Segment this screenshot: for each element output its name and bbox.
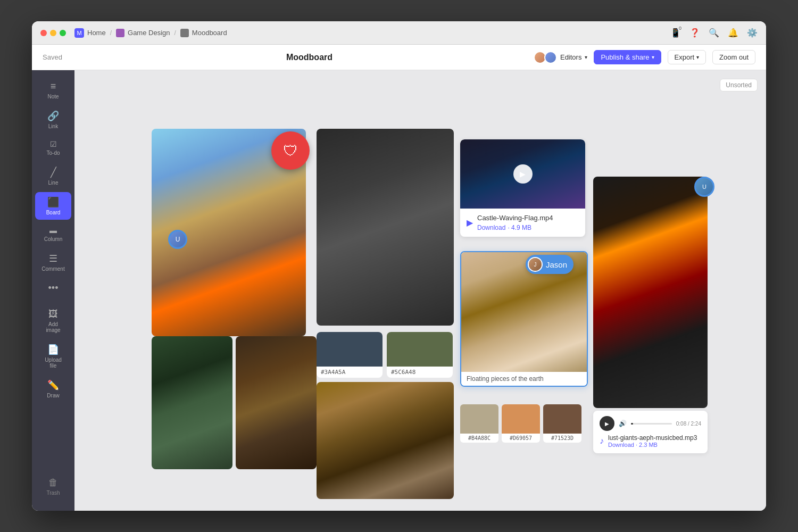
swatch-tan[interactable]: #B4A88C [460,404,498,443]
music-download-link[interactable]: Download · 2.3 MB [608,442,697,448]
appbar-actions: Editors ▾ Publish & share ▾ Export ▾ Zoo… [534,50,755,64]
close-button[interactable] [40,30,47,36]
native-image[interactable] [593,177,708,408]
main-area: ≡ Note 🔗 Link ☑ To-do ╱ Line ⬛ Board ▬ C… [32,70,766,511]
sidebar-item-link[interactable]: 🔗 Link [35,106,71,134]
sidebar-item-line-label: Line [48,180,59,186]
castle-video-card[interactable]: ▶ ▶ Castle-Waving-Flag.mp4 Download · 4.… [460,139,585,237]
editor-avatar-2 [544,51,557,64]
publish-chevron: ▾ [652,54,654,60]
titlebar: M Home / Game Design / Moodboard 📱0 ❓ 🔍 … [32,21,766,45]
help-icon[interactable]: ❓ [689,28,700,38]
publish-label: Publish & share [601,53,649,61]
jason-name: Jason [546,260,567,269]
sidebar-item-upload[interactable]: 📄 Upload file [35,339,71,373]
sidebar-item-board-label: Board [46,210,61,215]
notification-icon[interactable]: 🔔 [728,28,738,38]
todo-icon: ☑ [50,140,57,148]
breadcrumb-sep-1: / [110,29,112,37]
publish-button[interactable]: Publish & share ▾ [594,50,661,64]
draw-icon: ✏️ [47,379,59,391]
sidebar-item-draw[interactable]: ✏️ Draw [35,375,71,403]
breadcrumb-home[interactable]: M Home [74,28,106,38]
sidebar-item-line[interactable]: ╱ Line [35,162,71,190]
video-download-link[interactable]: Download · 4.9 MB [477,224,553,231]
page-title: Moodboard [85,53,534,62]
line-icon: ╱ [51,167,56,178]
comment-icon: ☰ [49,253,57,264]
jason-avatar: J [528,257,543,272]
breadcrumb-game[interactable]: Game Design [116,29,170,37]
video-filename: Castle-Waving-Flag.mp4 [477,214,553,222]
upload-icon: 📄 [47,344,59,355]
jason-tooltip: J Jason [526,255,573,274]
sidebar-item-more[interactable]: ••• [35,278,71,298]
editor-avatars [534,51,557,64]
column-icon: ▬ [49,226,57,235]
floating-rock-caption: Floating pieces of the earth [461,372,587,386]
sidebar-item-add-image-label: Add image [41,321,65,333]
swatch-brown-label: #71523D [543,434,581,443]
helmet-image[interactable] [317,382,454,499]
swatch-orange[interactable]: #D69057 [502,404,540,443]
music-title: lust-giants-aeph-musicbed.mp3 [608,434,697,442]
swatch-brown[interactable]: #71523D [543,404,581,443]
game-icon [116,29,124,37]
swatch-orange-label: #D69057 [502,434,540,443]
breadcrumb-moodboard[interactable]: Moodboard [180,29,227,37]
editors-label: Editors [560,53,581,61]
warrior-image[interactable] [317,129,454,326]
trash-label: Trash [46,490,60,496]
zoom-label: Zoom out [719,53,749,61]
sidebar-item-column-label: Column [44,236,62,242]
device-icon[interactable]: 📱0 [670,28,681,38]
color-card-2[interactable]: #5C6A48 [387,332,453,378]
export-label: Export [675,53,695,61]
trash-button[interactable]: 🗑 Trash [42,473,64,500]
minimize-button[interactable] [50,30,56,36]
titlebar-actions: 📱0 ❓ 🔍 🔔 ⚙️ [670,28,758,38]
editors-button[interactable]: Editors ▾ [534,51,587,64]
video-size: · 4.9 MB [508,224,531,231]
sidebar-item-todo-label: To-do [46,150,60,156]
trash-icon: 🗑 [48,477,58,488]
export-button[interactable]: Export ▾ [668,50,706,64]
unsorted-label: Unsorted [726,81,752,89]
sidebar-item-column[interactable]: ▬ Column [35,222,71,246]
note-icon: ≡ [51,81,56,92]
sidebar-item-link-label: Link [48,123,58,129]
sidebar-item-comment[interactable]: ☰ Comment [35,248,71,276]
music-player-card[interactable]: ▶ 🔊 0:08 / 2:24 ♪ lust-giants-aeph-music… [593,411,708,453]
sidebar-item-todo[interactable]: ☑ To-do [35,136,71,160]
export-chevron: ▾ [696,54,699,60]
sidebar-item-note-label: Note [47,94,59,99]
add-image-icon: 🖼 [48,309,58,320]
sidebar-item-note[interactable]: ≡ Note [35,77,71,104]
search-icon[interactable]: 🔍 [709,28,719,38]
appbar: Saved Moodboard Editors ▾ Publish & shar… [32,45,766,70]
dragon2-image[interactable] [236,336,317,469]
canvas[interactable]: Unsorted 🛡 U ▶ ▶ [74,70,766,511]
color-card-1[interactable]: #3A4A5A [317,332,383,378]
video-play-button[interactable]: ▶ [513,164,533,184]
breadcrumb-moodboard-label: Moodboard [192,29,227,37]
music-progress-bar[interactable] [631,423,672,425]
home-icon: M [74,28,84,38]
breadcrumb-home-label: Home [87,29,106,37]
music-play-button[interactable]: ▶ [600,416,614,431]
device-badge: 0 [677,26,683,31]
swatch-tan-label: #B4A88C [460,434,498,443]
knight-image[interactable] [152,336,232,469]
link-icon: 🔗 [47,110,59,122]
saved-status: Saved [43,53,85,61]
board-icon: ⬛ [47,196,59,208]
sidebar: ≡ Note 🔗 Link ☑ To-do ╱ Line ⬛ Board ▬ C… [32,70,74,511]
editors-chevron: ▾ [585,54,587,60]
sidebar-item-board[interactable]: ⬛ Board [35,192,71,220]
app-window: M Home / Game Design / Moodboard 📱0 ❓ 🔍 … [32,21,766,511]
settings-icon[interactable]: ⚙️ [747,28,758,38]
sidebar-item-add-image[interactable]: 🖼 Add image [35,304,71,337]
maximize-button[interactable] [60,30,66,36]
sidebar-item-upload-label: Upload file [41,357,65,369]
zoom-button[interactable]: Zoom out [712,50,755,64]
